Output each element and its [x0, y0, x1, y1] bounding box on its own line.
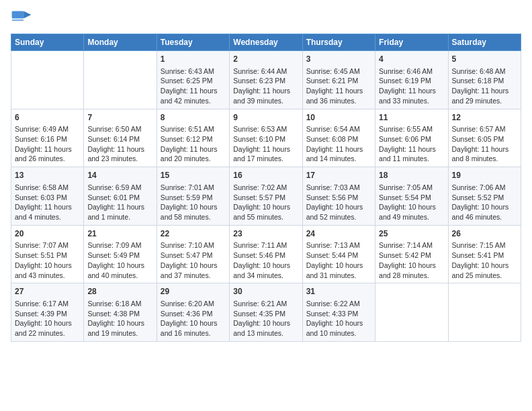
- daylight-text: Daylight: 10 hours and 37 minutes.: [161, 261, 226, 280]
- calendar-cell: 24Sunrise: 7:13 AMSunset: 5:44 PMDayligh…: [302, 225, 375, 283]
- day-number: 14: [87, 170, 152, 181]
- sunrise-text: Sunrise: 6:18 AM: [87, 299, 152, 309]
- day-number: 15: [161, 170, 226, 181]
- daylight-text: Daylight: 11 hours and 11 minutes.: [379, 144, 444, 164]
- calendar-cell: 19Sunrise: 7:06 AMSunset: 5:52 PMDayligh…: [448, 167, 521, 226]
- sunset-text: Sunset: 6:03 PM: [15, 193, 80, 203]
- header-tuesday: Tuesday: [157, 34, 229, 51]
- calendar-cell: 27Sunrise: 6:17 AMSunset: 4:39 PMDayligh…: [11, 283, 84, 342]
- sunrise-text: Sunrise: 7:15 AM: [452, 240, 517, 250]
- week-row-4: 20Sunrise: 7:07 AMSunset: 5:51 PMDayligh…: [11, 225, 521, 283]
- day-number: 8: [161, 112, 226, 124]
- daylight-text: Daylight: 10 hours and 28 minutes.: [379, 261, 444, 280]
- sunrise-text: Sunrise: 6:22 AM: [306, 299, 371, 309]
- calendar-cell: [84, 51, 157, 109]
- calendar-cell: 20Sunrise: 7:07 AMSunset: 5:51 PMDayligh…: [11, 225, 84, 283]
- calendar-cell: 17Sunrise: 7:03 AMSunset: 5:56 PMDayligh…: [302, 167, 375, 226]
- sunrise-text: Sunrise: 7:10 AM: [161, 240, 226, 250]
- calendar-cell: 11Sunrise: 6:55 AMSunset: 6:06 PMDayligh…: [375, 109, 448, 167]
- sunrise-text: Sunrise: 6:45 AM: [306, 66, 371, 77]
- sunset-text: Sunset: 6:14 PM: [87, 134, 152, 144]
- calendar-cell: 3Sunrise: 6:45 AMSunset: 6:21 PMDaylight…: [302, 51, 375, 109]
- calendar-cell: 26Sunrise: 7:15 AMSunset: 5:41 PMDayligh…: [448, 225, 521, 283]
- day-number: 2: [233, 54, 298, 65]
- sunset-text: Sunset: 5:57 PM: [233, 193, 298, 203]
- calendar-cell: 13Sunrise: 6:58 AMSunset: 6:03 PMDayligh…: [11, 167, 84, 226]
- header: [11, 7, 521, 28]
- day-number: 13: [15, 170, 80, 181]
- daylight-text: Daylight: 10 hours and 58 minutes.: [161, 202, 226, 222]
- day-number: 20: [15, 228, 80, 240]
- calendar-cell: 2Sunrise: 6:44 AMSunset: 6:23 PMDaylight…: [230, 51, 302, 109]
- daylight-text: Daylight: 10 hours and 52 minutes.: [306, 202, 371, 222]
- sunset-text: Sunset: 6:08 PM: [306, 134, 371, 144]
- calendar-cell: 28Sunrise: 6:18 AMSunset: 4:38 PMDayligh…: [84, 283, 157, 342]
- sunrise-text: Sunrise: 7:02 AM: [233, 183, 298, 193]
- header-wednesday: Wednesday: [230, 34, 302, 51]
- sunrise-text: Sunrise: 7:05 AM: [379, 183, 444, 193]
- day-number: 7: [87, 112, 152, 124]
- sunset-text: Sunset: 6:19 PM: [379, 76, 444, 86]
- sunset-text: Sunset: 6:06 PM: [379, 134, 444, 144]
- daylight-text: Daylight: 11 hours and 33 minutes.: [379, 86, 444, 105]
- sunrise-text: Sunrise: 6:50 AM: [87, 124, 152, 134]
- day-number: 17: [306, 170, 371, 181]
- week-row-3: 13Sunrise: 6:58 AMSunset: 6:03 PMDayligh…: [11, 167, 521, 226]
- sunset-text: Sunset: 6:12 PM: [161, 134, 226, 144]
- week-row-2: 6Sunrise: 6:49 AMSunset: 6:16 PMDaylight…: [11, 109, 521, 167]
- header-monday: Monday: [84, 34, 157, 51]
- day-number: 5: [452, 54, 517, 65]
- sunrise-text: Sunrise: 7:11 AM: [233, 240, 298, 250]
- day-number: 18: [379, 170, 444, 181]
- sunrise-text: Sunrise: 7:01 AM: [161, 183, 226, 193]
- daylight-text: Daylight: 10 hours and 49 minutes.: [379, 202, 444, 222]
- daylight-text: Daylight: 11 hours and 23 minutes.: [87, 144, 152, 164]
- daylight-text: Daylight: 11 hours and 20 minutes.: [161, 144, 226, 164]
- day-number: 9: [233, 112, 298, 124]
- calendar-cell: 16Sunrise: 7:02 AMSunset: 5:57 PMDayligh…: [230, 167, 302, 226]
- daylight-text: Daylight: 11 hours and 17 minutes.: [233, 144, 298, 164]
- daylight-text: Daylight: 11 hours and 29 minutes.: [452, 86, 517, 105]
- sunrise-text: Sunrise: 6:58 AM: [15, 183, 80, 193]
- sunset-text: Sunset: 6:10 PM: [233, 134, 298, 144]
- day-number: 1: [161, 54, 226, 65]
- sunrise-text: Sunrise: 7:03 AM: [306, 183, 371, 193]
- day-number: 23: [233, 228, 298, 240]
- daylight-text: Daylight: 11 hours and 4 minutes.: [15, 202, 80, 222]
- sunrise-text: Sunrise: 6:55 AM: [379, 124, 444, 134]
- header-friday: Friday: [375, 34, 448, 51]
- sunrise-text: Sunrise: 7:07 AM: [15, 240, 80, 250]
- daylight-text: Daylight: 10 hours and 40 minutes.: [87, 261, 152, 280]
- daylight-text: Daylight: 11 hours and 14 minutes.: [306, 144, 371, 164]
- header-thursday: Thursday: [302, 34, 375, 51]
- calendar-table: SundayMondayTuesdayWednesdayThursdayFrid…: [11, 34, 521, 342]
- sunset-text: Sunset: 6:16 PM: [15, 134, 80, 144]
- sunset-text: Sunset: 5:49 PM: [87, 250, 152, 261]
- daylight-text: Daylight: 11 hours and 39 minutes.: [233, 86, 298, 105]
- calendar-cell: 21Sunrise: 7:09 AMSunset: 5:49 PMDayligh…: [84, 225, 157, 283]
- sunrise-text: Sunrise: 6:20 AM: [161, 299, 226, 309]
- sunset-text: Sunset: 6:05 PM: [452, 134, 517, 144]
- sunset-text: Sunset: 5:44 PM: [306, 250, 371, 261]
- sunset-text: Sunset: 5:42 PM: [379, 250, 444, 261]
- calendar-cell: 8Sunrise: 6:51 AMSunset: 6:12 PMDaylight…: [157, 109, 229, 167]
- calendar-cell: 12Sunrise: 6:57 AMSunset: 6:05 PMDayligh…: [448, 109, 521, 167]
- header-row: SundayMondayTuesdayWednesdayThursdayFrid…: [11, 34, 521, 51]
- day-number: 31: [306, 286, 371, 298]
- week-row-5: 27Sunrise: 6:17 AMSunset: 4:39 PMDayligh…: [11, 283, 521, 342]
- daylight-text: Daylight: 11 hours and 8 minutes.: [452, 144, 517, 164]
- day-number: 16: [233, 170, 298, 181]
- daylight-text: Daylight: 10 hours and 16 minutes.: [161, 318, 226, 338]
- sunrise-text: Sunrise: 6:49 AM: [15, 124, 80, 134]
- logo: [11, 7, 35, 28]
- daylight-text: Daylight: 11 hours and 1 minute.: [87, 202, 152, 222]
- daylight-text: Daylight: 11 hours and 36 minutes.: [306, 86, 371, 105]
- sunset-text: Sunset: 5:47 PM: [161, 250, 226, 261]
- week-row-1: 1Sunrise: 6:43 AMSunset: 6:25 PMDaylight…: [11, 51, 521, 109]
- logo-icon: [11, 7, 32, 28]
- day-number: 21: [87, 228, 152, 240]
- sunset-text: Sunset: 4:35 PM: [233, 309, 298, 319]
- daylight-text: Daylight: 10 hours and 55 minutes.: [233, 202, 298, 222]
- sunset-text: Sunset: 6:21 PM: [306, 76, 371, 86]
- day-number: 25: [379, 228, 444, 240]
